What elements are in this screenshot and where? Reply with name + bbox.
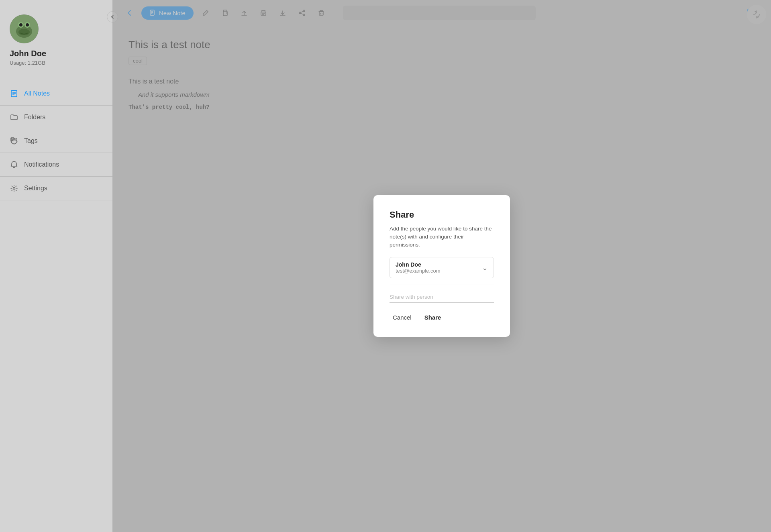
sidebar-item-notifications-label: Notifications [24,161,59,168]
sidebar-item-folders[interactable]: Folders [0,106,112,129]
sidebar-nav: All Notes Folders Tags [0,82,112,200]
sidebar-item-folders-label: Folders [24,114,45,121]
modal-user-info: John Doe test@example.com [396,261,440,274]
notes-icon [10,89,18,98]
user-usage: Usage: 1.21GB [10,60,45,66]
user-name: John Doe [10,49,46,58]
sidebar: John Doe Usage: 1.21GB All Notes [0,0,112,532]
main-content: New Note [112,0,771,532]
sidebar-item-all-notes-label: All Notes [24,90,50,97]
share-modal: Share Add the people you would like to s… [373,195,510,337]
svg-rect-12 [11,142,17,143]
avatar [10,14,39,43]
sidebar-item-tags[interactable]: Tags [0,129,112,153]
modal-user-row[interactable]: John Doe test@example.com ⌄ [390,257,494,278]
sidebar-item-tags-label: Tags [24,137,38,145]
modal-user-email: test@example.com [396,268,440,274]
modal-user-name: John Doe [396,261,440,268]
bell-icon [10,160,18,169]
user-section: John Doe Usage: 1.21GB [0,0,112,75]
modal-description: Add the people you would like to share t… [390,225,494,249]
sidebar-item-all-notes[interactable]: All Notes [0,82,112,106]
svg-point-13 [12,139,14,141]
cancel-button[interactable]: Cancel [390,312,415,322]
sidebar-item-settings-label: Settings [24,185,47,192]
chevron-down-icon: ⌄ [482,263,488,272]
folder-icon [10,113,18,122]
share-confirm-button[interactable]: Share [421,312,445,322]
svg-point-4 [19,23,22,26]
share-with-person-input[interactable] [390,291,494,303]
modal-actions: Cancel Share [390,312,494,322]
modal-title: Share [390,210,494,220]
svg-point-5 [26,23,29,26]
modal-divider [390,285,494,285]
sidebar-item-notifications[interactable]: Notifications [0,153,112,177]
modal-overlay: Share Add the people you would like to s… [112,0,771,532]
gear-icon [10,184,18,193]
sidebar-item-settings[interactable]: Settings [0,177,112,200]
tag-icon [10,137,18,145]
svg-point-14 [13,188,15,190]
